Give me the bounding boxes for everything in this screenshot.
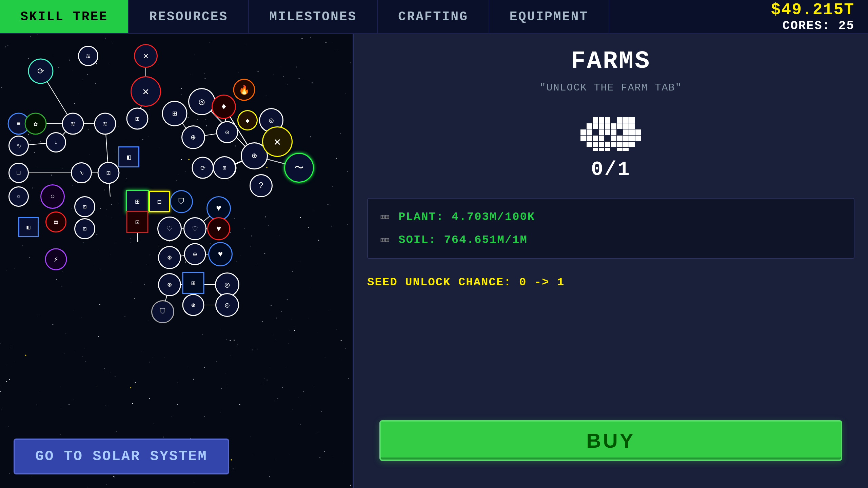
skill-node-bottom-shield[interactable]: ⛉ — [151, 300, 174, 323]
skill-node-x-red[interactable]: ✕ — [131, 76, 161, 107]
cost-row-plant: ⊞⊞ PLANT: 4.703M/100K — [378, 205, 844, 228]
skill-node-bottom-grid[interactable]: ⊞ — [182, 272, 204, 294]
skill-node-sq-gray[interactable]: ⊡ — [74, 218, 95, 239]
skill-node-mid-sq[interactable]: ⊡ — [74, 196, 95, 217]
currency-area: $49.215T CORES: 25 — [771, 1, 868, 33]
skill-node-sq-green[interactable]: ⊞ — [126, 190, 149, 213]
tab-skill-tree[interactable]: SKILL TREE — [0, 0, 129, 33]
seed-unlock-text: SEED UNLOCK CHANCE: 0 -> 1 — [367, 276, 565, 289]
skill-node-lower-1[interactable]: ⊛ — [158, 246, 181, 269]
skill-node-bottom-2[interactable]: ⊛ — [182, 294, 204, 316]
tab-equipment[interactable]: EQUIPMENT — [489, 0, 609, 33]
soil-icon: ⊞⊞ — [378, 235, 392, 245]
skill-node-globe[interactable]: ◎ — [188, 88, 215, 115]
skill-node-red-battery[interactable]: ▤ — [45, 211, 66, 232]
skill-node-mid-left[interactable]: ∿ — [8, 136, 29, 156]
goto-solar-button[interactable]: GO TO SOLAR SYSTEM — [14, 439, 229, 474]
skill-node-yellow-gem[interactable]: ◆ — [237, 110, 258, 130]
skill-node-bottom-1[interactable]: ⊛ — [158, 273, 181, 296]
costs-area: ⊞⊞ PLANT: 4.703M/100K ⊞⊞ SOIL: 764.651M/… — [367, 198, 854, 259]
skill-node-lower-2[interactable]: ⊛ — [184, 243, 206, 265]
buy-button[interactable]: BUY — [379, 420, 842, 461]
skill-node-left-circle[interactable]: ○ — [8, 186, 29, 207]
tab-crafting[interactable]: CRAFTING — [378, 0, 489, 33]
skill-node-middle[interactable]: ⊕ — [181, 125, 205, 149]
skill-node-mid-2[interactable]: ↓ — [46, 132, 66, 152]
skill-node-red-gem[interactable]: ♦ — [212, 95, 236, 119]
cost-row-soil: ⊞⊞ SOIL: 764.651M/1M — [378, 228, 844, 251]
skill-node-grid[interactable]: ⊞ — [126, 108, 149, 130]
currency-display: $49.215T — [771, 1, 854, 19]
tab-resources[interactable]: RESOURCES — [129, 0, 249, 33]
skill-node-heart-solid[interactable]: ♡ — [183, 217, 206, 240]
skill-icon-area: 0/1 — [580, 114, 642, 181]
skill-node-upper-left[interactable]: ⟳ — [28, 59, 54, 84]
skill-node-hub-left2[interactable]: ⟳ — [192, 157, 214, 179]
skill-node-sq-red[interactable]: ⊡ — [126, 211, 149, 233]
skill-count: 0/1 — [591, 158, 631, 181]
farm-icon-canvas — [580, 114, 642, 151]
soil-cost: SOIL: 764.651M/1M — [398, 233, 528, 246]
skill-node-red-heart[interactable]: ♥ — [207, 217, 230, 240]
skill-node-left-2[interactable]: ✿ — [25, 113, 47, 135]
skill-node-bottom-circle[interactable]: ◎ — [215, 293, 239, 317]
skill-node-left-3[interactable]: ≋ — [62, 113, 84, 135]
skill-node-lightning[interactable]: ⚡ — [45, 248, 67, 270]
header: SKILL TREE RESOURCES MILESTONES CRAFTING… — [0, 0, 868, 34]
skill-node-left-sq[interactable]: □ — [8, 163, 29, 183]
plant-cost: PLANT: 4.703M/100K — [398, 210, 535, 223]
tab-milestones[interactable]: MILESTONES — [249, 0, 378, 33]
skill-node-fire[interactable]: 🔥 — [233, 79, 255, 101]
skill-node-top-red[interactable]: ✕ — [134, 44, 158, 68]
skill-node-heart-outline[interactable]: ♡ — [157, 217, 182, 241]
skill-node-green-selected[interactable]: 〜 — [284, 153, 314, 183]
skill-description: "UNLOCK THE FARM TAB" — [539, 82, 682, 94]
skill-node-yellow-x[interactable]: ✕ — [262, 126, 293, 157]
right-panel: FARMS "UNLOCK THE FARM TAB" 0/1 ⊞⊞ PLANT… — [353, 34, 868, 488]
skill-node-mid-3[interactable]: ∿ — [71, 162, 92, 183]
skill-node-blue-shield[interactable]: ⛉ — [170, 190, 193, 213]
skill-node-sq-yellow[interactable]: ⊟ — [149, 191, 170, 212]
skill-node-purple-circle[interactable]: ○ — [40, 184, 65, 209]
skill-name: FARMS — [571, 47, 651, 75]
skill-node-sq-blue[interactable]: ◧ — [118, 146, 139, 167]
skill-tree-area[interactable]: ✕ ⟳ ≋ ✕ ⊞ ◎ 🔥 ♦ ⊕ ⊙ ◎ ◆ ≡ ✿ ≋ — [0, 34, 353, 488]
skill-node-circuit[interactable]: ⊙ — [216, 121, 238, 143]
skill-node-center-sq[interactable]: ⊡ — [98, 162, 120, 184]
skill-node-upper-middle[interactable]: ≋ — [78, 46, 98, 66]
plant-icon: ⊞⊞ — [378, 212, 392, 222]
skill-node-blue-sq[interactable]: ◧ — [18, 217, 39, 237]
skill-node-left-4[interactable]: ≋ — [94, 113, 116, 135]
skill-node-pixel[interactable]: ⊞ — [213, 156, 236, 179]
skill-icon — [580, 114, 642, 151]
skill-node-lower-blue[interactable]: ♥ — [208, 242, 233, 266]
cores-display: CORES: 25 — [771, 19, 854, 33]
skill-node-question[interactable]: ? — [250, 174, 273, 197]
skill-node-gate[interactable]: ⊞ — [162, 101, 188, 126]
